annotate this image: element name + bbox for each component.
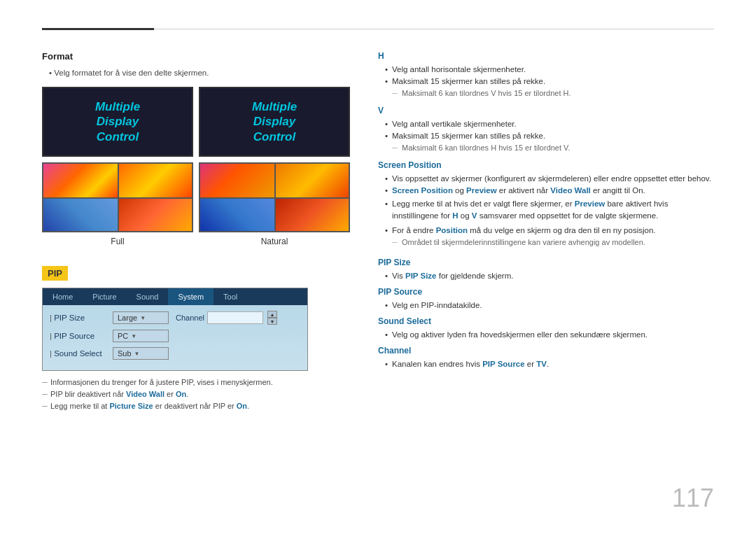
photo-natural-cell-2 (274, 164, 349, 197)
right-column: H Velg antall horisontale skjermenheter.… (378, 51, 714, 414)
page-number: 117 (672, 484, 714, 513)
pip-right-section: PIP Size Vis PIP Size for gjeldende skje… (378, 258, 714, 368)
v-section: V Velg antall vertikale skjermenheter. M… (378, 106, 714, 152)
channel-label: Channel (176, 314, 204, 322)
rule-short (42, 28, 154, 30)
stepper-up[interactable]: ▲ (267, 311, 277, 318)
note3-picturesize: Picture Size (109, 402, 153, 410)
sound-select-right-bullet: Velg og aktiver lyden fra hovedskjermen … (385, 330, 714, 339)
sp-b2-videowall: Video Wall (550, 186, 591, 195)
pip-size-label: PIP Size (50, 314, 113, 322)
sound-select-right-header: Sound Select (378, 316, 714, 326)
sound-select-select[interactable]: Sub ▼ (113, 347, 169, 360)
h-bullet-1: Velg antall horisontale skjermenheter. (385, 65, 714, 73)
top-rule (42, 28, 714, 30)
pip-source-arrow: ▼ (131, 333, 136, 339)
channel-bullet-link: PIP Source (482, 360, 525, 368)
sp-b2-screenpos: Screen Position (392, 186, 453, 195)
channel-box: Channel ▲ ▼ (176, 311, 277, 325)
pip-size-select[interactable]: Large ▼ (113, 311, 169, 324)
sp-b3-h: H (452, 211, 458, 220)
h-bullet-2: Maksimalt 15 skjermer kan stilles på rek… (385, 77, 714, 85)
photo-cell-1 (43, 164, 118, 197)
format-bullet: Velg formatet for å vise den delte skjer… (49, 69, 350, 77)
rule-long (154, 29, 714, 29)
sound-select-value: Sub (118, 349, 132, 358)
display-card-2: MultipleDisplayControl (199, 87, 350, 157)
photo-cell-3 (43, 197, 118, 231)
pip-size-right-header: PIP Size (378, 258, 714, 267)
stepper-down[interactable]: ▼ (267, 318, 277, 325)
tab-picture[interactable]: Picture (83, 288, 126, 305)
note3-on: On (237, 402, 247, 410)
note2-videowall: Video Wall (126, 390, 164, 398)
tab-sound[interactable]: Sound (127, 288, 169, 305)
display-card-1: MultipleDisplayControl (42, 87, 193, 157)
h-section: H Velg antall horisontale skjermenheter.… (378, 51, 714, 97)
screen-position-header: Screen Position (378, 160, 714, 170)
pip-size-right-bullet: Vis PIP Size for gjeldende skjerm. (385, 272, 714, 280)
pip-size-right-link: PIP Size (405, 272, 437, 280)
format-labels: Full Natural (42, 237, 350, 246)
sound-select-arrow: ▼ (134, 351, 140, 357)
sound-select-label: Sound Select (50, 349, 113, 358)
channel-right-bullet: Kanalen kan endres hvis PIP Source er TV… (385, 360, 714, 368)
pip-size-right: PIP Size Vis PIP Size for gjeldende skje… (378, 258, 714, 280)
pip-badge: PIP (42, 266, 68, 281)
pip-note-1: Informasjonen du trenger for å justere P… (42, 378, 350, 386)
photo-natural-cell-1 (200, 164, 274, 197)
sp-b2-preview: Preview (466, 186, 496, 195)
h-note: Maksimalt 6 kan tilordnes V hvis 15 er t… (392, 89, 714, 97)
format-image-grid: MultipleDisplayControl MultipleDisplayCo… (42, 87, 350, 232)
left-column: Format Velg formatet for å vise den delt… (42, 51, 350, 414)
v-header: V (378, 106, 714, 115)
channel-right-header: Channel (378, 346, 714, 356)
pip-source-right-bullet: Velg en PIP-inndatakilde. (385, 301, 714, 309)
tab-system[interactable]: System (168, 288, 214, 305)
screen-pos-bullet-1: Vis oppsettet av skjermer (konfigurert a… (385, 174, 714, 183)
format-title: Format (42, 51, 350, 62)
sp-b3-preview: Preview (575, 199, 605, 208)
pip-size-row: PIP Size Large ▼ Channel ▲ ▼ (50, 311, 300, 325)
pip-source-label: PIP Source (50, 332, 113, 340)
screen-pos-bullet-2: Screen Position og Preview er aktivert n… (385, 186, 714, 195)
photo-natural (199, 162, 350, 232)
note2-on: On (176, 390, 186, 398)
channel-input[interactable] (207, 311, 263, 324)
pip-source-select[interactable]: PC ▼ (113, 330, 169, 342)
pip-note-2: PIP blir deaktivert når Video Wall er On… (42, 390, 350, 398)
photo-full (42, 162, 193, 232)
menu-ui: Home Picture Sound System Tool PIP Size … (42, 288, 308, 371)
pip-notes: Informasjonen du trenger for å justere P… (42, 378, 350, 410)
photo-cell-2 (118, 164, 192, 197)
pip-section: PIP Home Picture Sound System Tool PIP S… (42, 266, 350, 410)
screen-pos-bullet-4: For å endre Position må du velge en skje… (385, 226, 714, 234)
v-bullet-1: Velg antall vertikale skjermenheter. (385, 120, 714, 128)
pip-source-right: PIP Source Velg en PIP-inndatakilde. (378, 287, 714, 309)
channel-bullet-tv: TV (536, 360, 547, 368)
label-natural: Natural (199, 237, 350, 246)
h-header: H (378, 51, 714, 61)
photo-natural-cell-4 (274, 197, 349, 231)
sound-select-row: Sound Select Sub ▼ (50, 347, 300, 360)
screen-pos-note: Området til skjermdelerinnstillingene ka… (392, 238, 714, 246)
channel-right: Channel Kanalen kan endres hvis PIP Sour… (378, 346, 714, 368)
format-section: Format Velg formatet for å vise den delt… (42, 51, 350, 246)
menu-tabs: Home Picture Sound System Tool (43, 288, 307, 305)
photo-cell-4 (118, 197, 192, 231)
channel-stepper: ▲ ▼ (267, 311, 277, 325)
tab-home[interactable]: Home (43, 288, 83, 305)
tab-tool[interactable]: Tool (214, 288, 247, 305)
pip-source-right-header: PIP Source (378, 287, 714, 297)
sp-b4-position: Position (436, 226, 468, 234)
pip-size-arrow: ▼ (140, 315, 146, 321)
screen-pos-bullet-3: Legg merke til at hvis det er valgt fler… (385, 198, 714, 223)
label-full: Full (42, 237, 193, 246)
screen-position-section: Screen Position Vis oppsettet av skjerme… (378, 160, 714, 246)
menu-rows: PIP Size Large ▼ Channel ▲ ▼ (43, 305, 307, 370)
pip-source-value: PC (118, 332, 128, 340)
v-bullet-2: Maksimalt 15 skjermer kan stilles på rek… (385, 132, 714, 140)
pip-source-row: PIP Source PC ▼ (50, 330, 300, 342)
photo-natural-cell-3 (200, 197, 274, 231)
v-note: Maksimalt 6 kan tilordnes H hvis 15 er t… (392, 143, 714, 152)
